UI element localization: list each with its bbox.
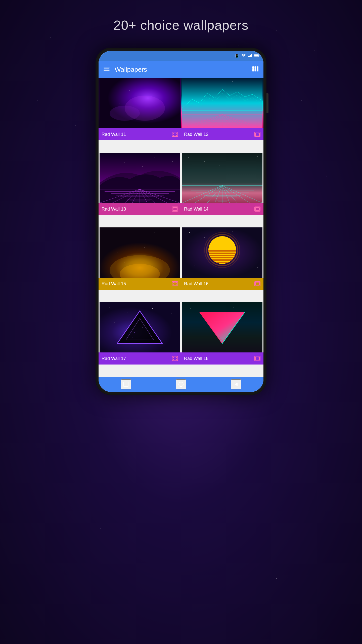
svg-point-105 <box>219 165 220 165</box>
wallpaper-preview-12 <box>181 78 263 128</box>
expand-icon-11[interactable] <box>172 132 178 137</box>
svg-point-25 <box>175 118 175 118</box>
menu-icon[interactable] <box>104 66 110 73</box>
wallpaper-preview-13 <box>99 153 181 203</box>
expand-icon-17[interactable] <box>172 356 178 361</box>
expand-icon-18[interactable] <box>254 356 260 361</box>
svg-point-76 <box>172 161 172 162</box>
wallpaper-item[interactable]: Rad Wall 11 <box>99 78 181 153</box>
svg-rect-9 <box>104 70 110 71</box>
label-bar-18: Rad Wall 18 <box>181 352 263 365</box>
svg-point-111 <box>170 241 170 241</box>
svg-point-126 <box>197 247 197 248</box>
svg-point-162 <box>256 311 256 311</box>
expand-icon-13[interactable] <box>172 207 178 212</box>
signal-icon <box>248 54 252 58</box>
svg-rect-6 <box>259 55 259 56</box>
label-bar-11: Rad Wall 11 <box>99 128 181 140</box>
svg-point-154 <box>132 337 132 338</box>
grid-view-icon[interactable] <box>252 66 258 73</box>
svg-point-144 <box>127 312 127 312</box>
expand-icon-14[interactable] <box>254 207 260 212</box>
wallpaper-preview-18 <box>181 302 263 352</box>
label-bar-14: Rad Wall 14 <box>181 203 263 215</box>
svg-point-161 <box>233 307 234 307</box>
svg-point-22 <box>119 103 120 103</box>
svg-point-155 <box>146 335 146 335</box>
svg-point-143 <box>109 307 110 307</box>
wallpaper-preview-14 <box>181 153 263 203</box>
svg-point-122 <box>204 237 205 238</box>
wallpaper-item[interactable]: Rad Wall 16 <box>181 227 263 302</box>
navigation-bar <box>99 377 263 392</box>
svg-point-52 <box>250 85 250 86</box>
expand-icon-12[interactable] <box>254 132 260 137</box>
page-title: 20+ choice wallpapers <box>114 18 249 33</box>
svg-point-175 <box>179 382 183 387</box>
svg-point-145 <box>152 308 153 309</box>
wallpaper-name-11: Rad Wall 11 <box>102 132 126 137</box>
svg-rect-10 <box>252 66 254 69</box>
svg-rect-7 <box>104 67 110 67</box>
svg-rect-15 <box>257 69 258 71</box>
svg-rect-136 <box>208 259 236 260</box>
svg-point-159 <box>191 308 191 309</box>
svg-point-127 <box>250 245 250 245</box>
svg-point-75 <box>155 157 155 158</box>
svg-point-147 <box>114 322 115 323</box>
wallpaper-preview-17 <box>99 302 181 352</box>
battery-icon <box>254 54 259 58</box>
svg-point-123 <box>232 231 233 231</box>
app-bar: Wallpapers <box>99 61 263 78</box>
wallpaper-item[interactable]: Rad Wall 17 <box>99 302 181 377</box>
svg-point-102 <box>204 161 205 162</box>
svg-rect-0 <box>248 56 249 57</box>
label-bar-15: Rad Wall 15 <box>99 278 181 290</box>
svg-rect-5 <box>254 55 258 57</box>
svg-point-124 <box>255 235 255 235</box>
label-bar-12: Rad Wall 12 <box>181 128 263 140</box>
wallpaper-item[interactable]: Rad Wall 15 <box>99 227 181 302</box>
label-bar-16: Rad Wall 16 <box>181 278 263 290</box>
svg-point-49 <box>189 83 190 83</box>
nav-circle-button[interactable] <box>176 379 186 389</box>
svg-rect-12 <box>257 66 258 69</box>
svg-point-27 <box>110 106 140 121</box>
svg-point-121 <box>189 232 190 233</box>
wallpaper-item[interactable]: Rad Wall 18 <box>181 302 263 377</box>
wallpaper-name-15: Rad Wall 15 <box>102 281 126 287</box>
svg-point-152 <box>134 332 135 333</box>
wallpaper-grid: Rad Wall 11 <box>99 78 263 377</box>
svg-point-74 <box>124 163 125 163</box>
svg-point-101 <box>188 157 189 158</box>
nav-square-button[interactable] <box>121 379 131 389</box>
svg-point-112 <box>145 247 145 248</box>
svg-point-171 <box>225 337 226 338</box>
expand-icon-16[interactable] <box>254 281 260 286</box>
svg-point-146 <box>171 313 171 313</box>
svg-point-148 <box>170 335 170 335</box>
svg-point-167 <box>222 340 223 342</box>
label-bar-17: Rad Wall 17 <box>99 352 181 365</box>
label-bar-13: Rad Wall 13 <box>99 203 181 215</box>
wallpaper-name-13: Rad Wall 13 <box>102 207 126 212</box>
wallpaper-item[interactable]: Rad Wall 14 <box>181 153 263 227</box>
svg-point-113 <box>117 252 117 253</box>
wallpaper-preview-16 <box>181 227 263 278</box>
svg-rect-3 <box>251 54 252 57</box>
vibrate-icon: 📳 <box>235 54 239 58</box>
svg-rect-11 <box>255 66 256 69</box>
svg-point-104 <box>257 156 257 156</box>
svg-rect-14 <box>255 69 256 71</box>
svg-point-169 <box>224 339 225 340</box>
wallpaper-item[interactable]: Rad Wall 12 <box>181 78 263 153</box>
svg-point-108 <box>112 235 112 235</box>
phone-frame: 📳 <box>96 48 266 395</box>
wifi-icon <box>241 54 246 58</box>
expand-icon-15[interactable] <box>172 281 178 286</box>
svg-point-19 <box>150 83 150 83</box>
svg-point-128 <box>194 265 195 265</box>
wallpaper-item[interactable]: Rad Wall 13 <box>99 153 181 227</box>
app-title: Wallpapers <box>115 66 252 73</box>
nav-back-button[interactable] <box>231 379 241 389</box>
